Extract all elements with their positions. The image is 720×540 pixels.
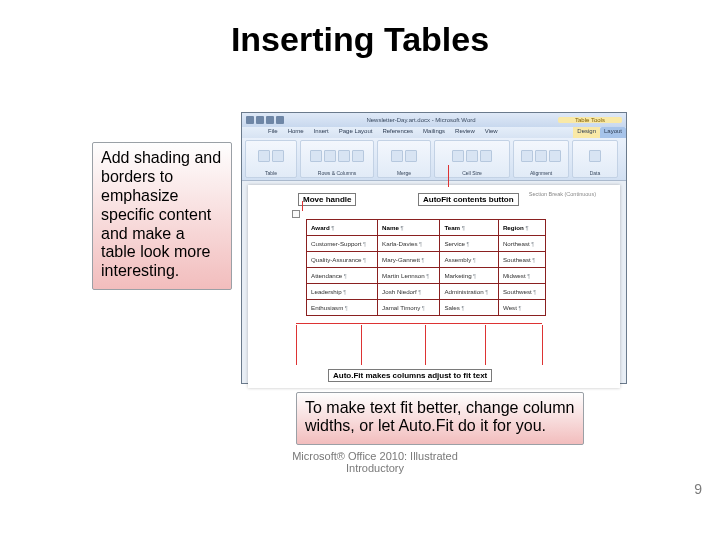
office-button-icon <box>246 116 254 124</box>
measure-line <box>361 325 362 365</box>
measure-line <box>296 323 542 324</box>
ribbon-group-data: Data <box>572 140 618 178</box>
label-autofit-button-text: AutoFit contents button <box>418 193 519 206</box>
col-header: Team <box>440 220 499 236</box>
tab-review[interactable]: Review <box>451 127 479 138</box>
col-header: Award <box>307 220 378 236</box>
cell: Mary-Gannett <box>378 252 440 268</box>
tab-page-layout[interactable]: Page Layout <box>335 127 377 138</box>
label-autofit-caption: Auto.Fit makes columns adjust to fit tex… <box>328 364 492 382</box>
tab-layout[interactable]: Layout <box>600 127 626 138</box>
move-handle-icon[interactable] <box>292 210 300 218</box>
slide: Inserting Tables Add shading and borders… <box>0 0 720 540</box>
select-icon[interactable] <box>258 150 270 162</box>
height-icon[interactable] <box>466 150 478 162</box>
label-move-handle-text: Move handle <box>298 193 356 206</box>
cell: Enthusiasm <box>307 300 378 316</box>
ribbon-group-label: Alignment <box>530 170 552 176</box>
ribbon-group-label: Cell Size <box>462 170 482 176</box>
cell: Karla-Davies <box>378 236 440 252</box>
measure-line <box>485 325 486 365</box>
table-tools-contextual: Table Tools <box>558 117 622 123</box>
table-header-row: Award Name Team Region <box>307 220 546 236</box>
undo-icon <box>266 116 274 124</box>
cell: Attendance <box>307 268 378 284</box>
ribbon-group-cell-size: Cell Size <box>434 140 510 178</box>
width-icon[interactable] <box>480 150 492 162</box>
cell: Marketing <box>440 268 499 284</box>
ribbon-group-label: Merge <box>397 170 411 176</box>
merge-cells-icon[interactable] <box>391 150 403 162</box>
cell: Midwest <box>498 268 545 284</box>
tab-mailings[interactable]: Mailings <box>419 127 449 138</box>
label-autofit-button: AutoFit contents button <box>418 188 519 206</box>
tab-view[interactable]: View <box>481 127 502 138</box>
cell: Martin Lennson <box>378 268 440 284</box>
callout-autofit: To make text fit better, change column w… <box>296 392 584 445</box>
label-autofit-caption-text: Auto.Fit makes columns adjust to fit tex… <box>328 369 492 382</box>
cell: West <box>498 300 545 316</box>
word-titlebar: Newsletter-Day.art.docx - Microsoft Word… <box>242 113 626 127</box>
word-window-title: Newsletter-Day.art.docx - Microsoft Word <box>287 117 555 123</box>
section-break-marker: Section Break (Continuous) <box>529 191 596 197</box>
tab-home[interactable]: Home <box>284 127 308 138</box>
ribbon-group-label: Data <box>590 170 601 176</box>
tab-references[interactable]: References <box>378 127 417 138</box>
measure-line <box>296 325 297 365</box>
cell: Service <box>440 236 499 252</box>
ribbon-group-label: Rows & Columns <box>318 170 356 176</box>
sort-icon[interactable] <box>589 150 601 162</box>
data-table: Award Name Team Region Customer-Support … <box>306 219 546 316</box>
ribbon-group-merge: Merge <box>377 140 431 178</box>
table-row: Customer-Support Karla-Davies Service No… <box>307 236 546 252</box>
arrow-line <box>448 165 449 187</box>
page-title: Inserting Tables <box>0 20 720 59</box>
cell: Quality-Assurance <box>307 252 378 268</box>
cell: Administration <box>440 284 499 300</box>
quick-access-toolbar <box>246 116 284 124</box>
align-tl-icon[interactable] <box>521 150 533 162</box>
tab-insert[interactable]: Insert <box>310 127 333 138</box>
ribbon-group-rows-columns: Rows & Columns <box>300 140 374 178</box>
col-header: Region <box>498 220 545 236</box>
measure-line <box>542 325 543 365</box>
measure-line <box>425 325 426 365</box>
split-cells-icon[interactable] <box>405 150 417 162</box>
col-header: Name <box>378 220 440 236</box>
tab-file[interactable]: File <box>264 127 282 138</box>
slide-footer: Microsoft® Office 2010: Illustrated Intr… <box>275 450 475 474</box>
cell: Customer-Support <box>307 236 378 252</box>
ribbon: Table Rows & Columns Merge Cell Size Ali… <box>242 138 626 181</box>
tab-design[interactable]: Design <box>573 127 600 138</box>
arrow-line <box>302 201 303 211</box>
label-move-handle: Move handle <box>298 188 356 206</box>
insert-left-icon[interactable] <box>352 150 364 162</box>
table-row: Attendance Martin Lennson Marketing Midw… <box>307 268 546 284</box>
cell: Southwest <box>498 284 545 300</box>
cell: Josh Niedorf <box>378 284 440 300</box>
insert-above-icon[interactable] <box>324 150 336 162</box>
word-screenshot: Newsletter-Day.art.docx - Microsoft Word… <box>241 112 627 384</box>
ribbon-group-alignment: Alignment <box>513 140 569 178</box>
cell: Southeast <box>498 252 545 268</box>
insert-below-icon[interactable] <box>338 150 350 162</box>
page-number: 9 <box>694 481 702 497</box>
ribbon-group-label: Table <box>265 170 277 176</box>
callout-shading-borders: Add shading and borders to emphasize spe… <box>92 142 232 290</box>
cell: Assembly <box>440 252 499 268</box>
delete-icon[interactable] <box>310 150 322 162</box>
save-icon <box>256 116 264 124</box>
cell: Jamal Timony <box>378 300 440 316</box>
ribbon-group-table: Table <box>245 140 297 178</box>
ribbon-tabs: File Home Insert Page Layout References … <box>242 127 626 138</box>
align-cc-icon[interactable] <box>535 150 547 162</box>
redo-icon <box>276 116 284 124</box>
table-row: Leadership Josh Niedorf Administration S… <box>307 284 546 300</box>
cell: Sales <box>440 300 499 316</box>
table-row: Enthusiasm Jamal Timony Sales West <box>307 300 546 316</box>
autofit-icon[interactable] <box>452 150 464 162</box>
table-row: Quality-Assurance Mary-Gannett Assembly … <box>307 252 546 268</box>
gridlines-icon[interactable] <box>272 150 284 162</box>
align-br-icon[interactable] <box>549 150 561 162</box>
cell: Leadership <box>307 284 378 300</box>
